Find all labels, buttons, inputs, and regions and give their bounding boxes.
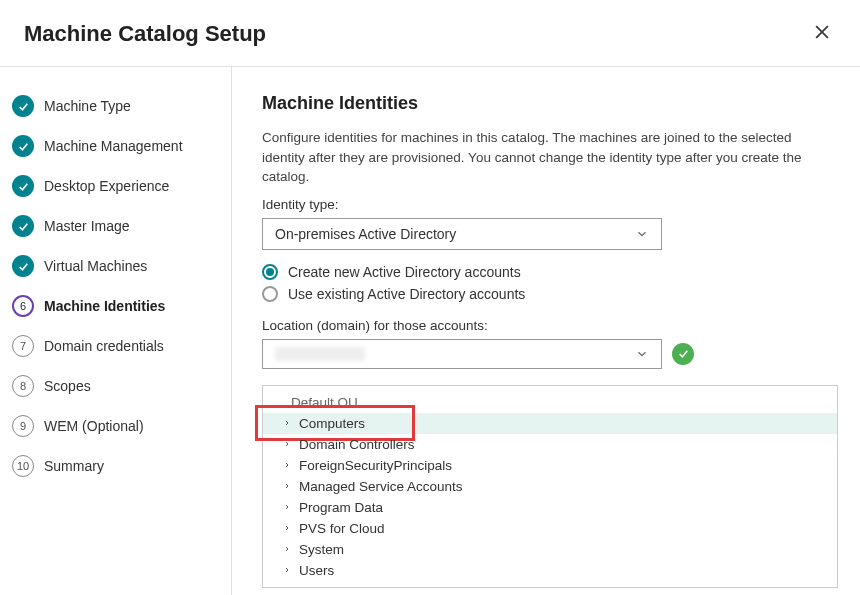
chevron-right-icon bbox=[283, 545, 291, 553]
step-current-icon: 6 bbox=[12, 295, 34, 317]
step-label: Machine Type bbox=[44, 98, 131, 114]
wizard-step-wem-optional-[interactable]: 9WEM (Optional) bbox=[12, 415, 231, 437]
ou-item-label: Domain Controllers bbox=[299, 437, 415, 452]
dialog-title: Machine Catalog Setup bbox=[24, 21, 266, 47]
ou-item-domain-controllers[interactable]: Domain Controllers bbox=[263, 434, 837, 455]
step-label: WEM (Optional) bbox=[44, 418, 144, 434]
ou-item-pvs-for-cloud[interactable]: PVS for Cloud bbox=[263, 518, 837, 539]
domain-select[interactable] bbox=[262, 339, 662, 369]
radio-icon bbox=[262, 286, 278, 302]
wizard-step-desktop-experience[interactable]: Desktop Experience bbox=[12, 175, 231, 197]
step-pending-icon: 7 bbox=[12, 335, 34, 357]
ou-item-foreignsecurityprincipals[interactable]: ForeignSecurityPrincipals bbox=[263, 455, 837, 476]
ou-item-label: Program Data bbox=[299, 500, 383, 515]
step-label: Domain credentials bbox=[44, 338, 164, 354]
location-label: Location (domain) for those accounts: bbox=[262, 318, 838, 333]
wizard-step-machine-identities[interactable]: 6Machine Identities bbox=[12, 295, 231, 317]
radio-use-existing[interactable]: Use existing Active Directory accounts bbox=[262, 286, 838, 302]
ou-tree: Default OUComputersDomain ControllersFor… bbox=[262, 385, 838, 588]
wizard-step-virtual-machines[interactable]: Virtual Machines bbox=[12, 255, 231, 277]
ou-item-label: PVS for Cloud bbox=[299, 521, 385, 536]
ou-item-label: Computers bbox=[299, 416, 365, 431]
ou-item-system[interactable]: System bbox=[263, 539, 837, 560]
step-label: Desktop Experience bbox=[44, 178, 169, 194]
step-done-icon bbox=[12, 255, 34, 277]
step-pending-icon: 10 bbox=[12, 455, 34, 477]
chevron-right-icon bbox=[283, 524, 291, 532]
chevron-right-icon bbox=[283, 566, 291, 574]
chevron-right-icon bbox=[283, 461, 291, 469]
chevron-down-icon bbox=[635, 227, 649, 241]
ou-default[interactable]: Default OU bbox=[263, 392, 837, 413]
step-done-icon bbox=[12, 95, 34, 117]
wizard-step-scopes[interactable]: 8Scopes bbox=[12, 375, 231, 397]
step-label: Master Image bbox=[44, 218, 130, 234]
step-label: Machine Management bbox=[44, 138, 183, 154]
chevron-right-icon bbox=[283, 503, 291, 511]
radio-create-label: Create new Active Directory accounts bbox=[288, 264, 521, 280]
identity-type-value: On-premises Active Directory bbox=[275, 226, 456, 242]
wizard-sidebar: Machine TypeMachine ManagementDesktop Ex… bbox=[0, 67, 232, 595]
content-heading: Machine Identities bbox=[262, 93, 838, 114]
wizard-step-machine-type[interactable]: Machine Type bbox=[12, 95, 231, 117]
ou-item-label: ForeignSecurityPrincipals bbox=[299, 458, 452, 473]
chevron-right-icon bbox=[283, 482, 291, 490]
close-icon bbox=[812, 22, 832, 42]
ou-item-computers[interactable]: Computers bbox=[263, 413, 837, 434]
step-done-icon bbox=[12, 175, 34, 197]
ou-item-program-data[interactable]: Program Data bbox=[263, 497, 837, 518]
domain-value bbox=[275, 347, 365, 361]
ou-item-users[interactable]: Users bbox=[263, 560, 837, 581]
identity-type-label: Identity type: bbox=[262, 197, 838, 212]
chevron-right-icon bbox=[283, 440, 291, 448]
wizard-step-master-image[interactable]: Master Image bbox=[12, 215, 231, 237]
step-pending-icon: 8 bbox=[12, 375, 34, 397]
content-description: Configure identities for machines in thi… bbox=[262, 128, 838, 187]
wizard-step-summary[interactable]: 10Summary bbox=[12, 455, 231, 477]
wizard-step-machine-management[interactable]: Machine Management bbox=[12, 135, 231, 157]
ou-item-label: Managed Service Accounts bbox=[299, 479, 463, 494]
step-done-icon bbox=[12, 135, 34, 157]
wizard-step-domain-credentials[interactable]: 7Domain credentials bbox=[12, 335, 231, 357]
ou-item-managed-service-accounts[interactable]: Managed Service Accounts bbox=[263, 476, 837, 497]
wizard-content: Machine Identities Configure identities … bbox=[232, 67, 860, 595]
radio-existing-label: Use existing Active Directory accounts bbox=[288, 286, 525, 302]
close-button[interactable] bbox=[808, 20, 836, 48]
domain-validated-icon bbox=[672, 343, 694, 365]
ou-item-label: Users bbox=[299, 563, 334, 578]
chevron-right-icon bbox=[283, 419, 291, 427]
radio-create-accounts[interactable]: Create new Active Directory accounts bbox=[262, 264, 838, 280]
identity-type-select[interactable]: On-premises Active Directory bbox=[262, 218, 662, 250]
step-label: Machine Identities bbox=[44, 298, 165, 314]
step-done-icon bbox=[12, 215, 34, 237]
chevron-down-icon bbox=[635, 347, 649, 361]
step-label: Virtual Machines bbox=[44, 258, 147, 274]
account-mode-radio-group: Create new Active Directory accounts Use… bbox=[262, 264, 838, 302]
step-label: Summary bbox=[44, 458, 104, 474]
dialog-header: Machine Catalog Setup bbox=[0, 0, 860, 67]
radio-icon bbox=[262, 264, 278, 280]
step-label: Scopes bbox=[44, 378, 91, 394]
step-pending-icon: 9 bbox=[12, 415, 34, 437]
ou-item-label: System bbox=[299, 542, 344, 557]
